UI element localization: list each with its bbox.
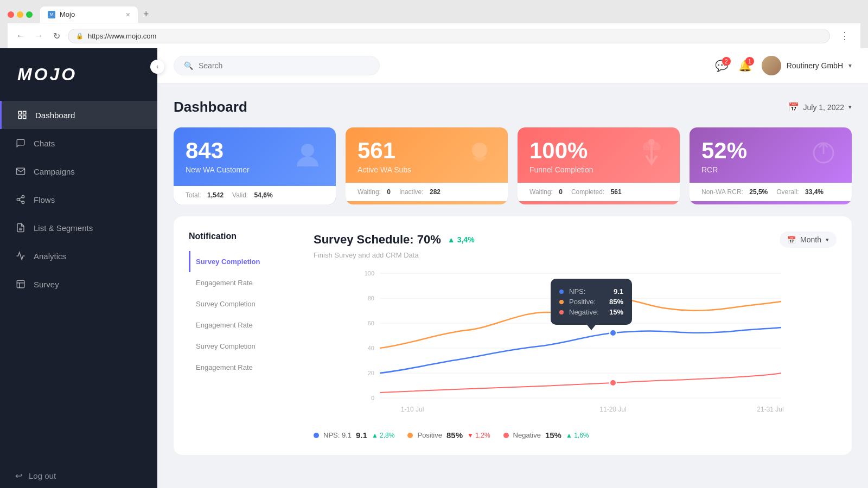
tab-close-btn[interactable]: ×: [126, 10, 130, 19]
forward-btn[interactable]: →: [33, 29, 46, 43]
stat-label-wa-customer: New WA Customer: [186, 165, 250, 174]
stat-card-footer-funnel: Waiting: 0 Completed: 561: [518, 183, 680, 201]
sidebar-item-survey[interactable]: Survey: [0, 270, 157, 298]
wa-customer-icon: [291, 139, 324, 178]
survey-label: Survey: [34, 280, 59, 289]
logout-label: Log out: [29, 471, 56, 480]
chart-layout: Notification Survey Completion Engagemen…: [189, 232, 837, 440]
stat-card-footer-wa-customer: Total: 1,542 Valid: 54,6%: [174, 186, 336, 204]
positive-legend-label: Positive: [417, 431, 442, 439]
back-btn[interactable]: ←: [14, 29, 27, 43]
user-profile[interactable]: Routinery GmbH ▾: [762, 56, 852, 75]
main-content: 🔍 💬 2 🔔 1 Routinery GmbH ▾: [157, 48, 868, 488]
sidebar-logo-area: MOJO: [0, 48, 157, 95]
search-input[interactable]: [199, 61, 369, 70]
tooltip-negative-dot: [559, 310, 564, 314]
sidebar-item-list-segments[interactable]: List & Segments: [0, 214, 157, 242]
stat-card-footer-rcr: Non-WA RCR: 25,5% Overall: 33,4%: [690, 183, 852, 201]
lock-icon: 🔒: [76, 33, 84, 40]
address-bar[interactable]: 🔒 https://www.mojo.com: [68, 29, 830, 43]
notif-item-5[interactable]: Engagement Rate: [189, 357, 297, 378]
svg-point-14: [473, 146, 477, 151]
nps-legend-dot: [314, 433, 319, 438]
chart-legend: NPS: 9.1 9.1 ▲ 2,8% Positive 85% ▼ 1,2%: [314, 431, 837, 440]
message-badge: 2: [722, 57, 731, 66]
sidebar-item-dashboard[interactable]: Dashboard: [0, 101, 157, 129]
messages-button[interactable]: 💬 2: [715, 59, 729, 72]
chart-tooltip: NPS: 9.1 Positive: 85%: [551, 279, 632, 325]
month-chevron-icon: ▾: [826, 236, 829, 243]
calendar-small-icon: 📅: [787, 236, 796, 244]
tooltip-arrow: [587, 325, 596, 330]
nps-legend-value: 9.1: [356, 431, 367, 440]
sidebar-item-campaigns[interactable]: Campaigns: [0, 157, 157, 185]
stat-number-wa-customer: 843: [186, 139, 250, 162]
new-tab-btn[interactable]: +: [138, 5, 155, 23]
svg-text:21-31 Jul: 21-31 Jul: [757, 406, 783, 413]
rcr-icon: [807, 137, 840, 175]
legend-positive: Positive 85% ▼ 1,2%: [407, 431, 490, 440]
stat-label-wa-subs: Active WA Subs: [358, 165, 411, 174]
chevron-down-icon: ▾: [848, 62, 852, 69]
notifications-panel: Notification Survey Completion Engagemen…: [189, 232, 297, 440]
date-picker[interactable]: 📅 July 1, 2022 ▾: [788, 102, 852, 112]
tooltip-negative-label: Negative:: [569, 308, 604, 316]
month-selector[interactable]: 📅 Month ▾: [780, 232, 837, 248]
dot-green[interactable]: [26, 11, 33, 18]
chart-trend: ▲ 3,4%: [448, 235, 475, 244]
stat-label-rcr: RCR: [701, 165, 747, 174]
stat-card-inner-2: 561 Active WA Subs: [358, 139, 496, 175]
browser-menu-btn[interactable]: ⋮: [835, 28, 854, 44]
chart-section: Notification Survey Completion Engagemen…: [174, 216, 852, 455]
flows-icon: [15, 194, 26, 205]
legend-nps: NPS: 9.1 9.1 ▲ 2,8%: [314, 431, 394, 440]
notif-item-2[interactable]: Survey Completion: [189, 293, 297, 314]
negative-legend-value: 15%: [545, 431, 561, 440]
footer-total: Total: 1,542: [186, 191, 224, 199]
sidebar-nav: Dashboard Chats Campaigns: [0, 95, 157, 460]
page-title: Dashboard: [174, 99, 247, 115]
notif-item-1[interactable]: Engagement Rate: [189, 272, 297, 293]
svg-rect-1: [23, 111, 26, 114]
chart-subtitle: Finish Survey and add CRM Data: [314, 251, 837, 259]
page-header: Dashboard 📅 July 1, 2022 ▾: [174, 99, 852, 115]
logout-button[interactable]: ↩ Log out: [15, 471, 142, 481]
sidebar-toggle[interactable]: ‹: [150, 60, 164, 74]
stat-card-inner-4: 52% RCR: [701, 139, 840, 175]
notif-item-4[interactable]: Survey Completion: [189, 336, 297, 357]
notif-item-3[interactable]: Engagement Rate: [189, 314, 297, 336]
dot-yellow[interactable]: [17, 11, 23, 18]
svg-line-7: [19, 200, 22, 202]
chart-title: Survey Schedule: 70% ▲ 3,4%: [314, 233, 475, 247]
dot-red[interactable]: [8, 11, 14, 18]
svg-text:100: 100: [365, 270, 374, 277]
url-text: https://www.mojo.com: [88, 32, 156, 40]
calendar-icon: 📅: [788, 102, 799, 112]
svg-rect-2: [18, 116, 21, 119]
browser-tab[interactable]: M Mojo ×: [40, 7, 138, 23]
refresh-btn[interactable]: ↻: [51, 29, 62, 43]
stat-card-inner-3: 100% Funnel Completion: [529, 139, 668, 175]
sidebar-item-chats[interactable]: Chats: [0, 129, 157, 157]
tooltip-positive-value: 85%: [609, 298, 623, 306]
list-segments-label: List & Segments: [34, 223, 93, 233]
notifications-button[interactable]: 🔔 1: [738, 59, 752, 72]
chats-label: Chats: [34, 139, 55, 148]
negative-legend-label: Negative: [513, 431, 541, 439]
search-box[interactable]: 🔍: [174, 56, 380, 75]
stat-card-footer-wa-subs: Waiting: 0 Inactive: 282: [346, 183, 508, 201]
svg-point-5: [17, 198, 20, 201]
chart-header: Survey Schedule: 70% ▲ 3,4% 📅 Month: [314, 232, 837, 248]
sidebar-item-flows[interactable]: Flows: [0, 185, 157, 214]
notif-item-0[interactable]: Survey Completion: [189, 251, 297, 272]
sidebar-item-analytics[interactable]: Analytics: [0, 242, 157, 270]
campaigns-label: Campaigns: [34, 167, 75, 176]
chart-svg-container: 100 80 60 40 20 0: [314, 268, 837, 422]
toggle-icon: ‹: [156, 63, 158, 70]
svg-point-12: [301, 144, 314, 157]
stat-card-wa-customer: 843 New WA Customer Total:: [174, 127, 336, 204]
svg-point-6: [22, 201, 24, 204]
svg-text:80: 80: [368, 295, 374, 301]
avatar-image: [762, 56, 781, 75]
svg-point-32: [610, 380, 616, 386]
